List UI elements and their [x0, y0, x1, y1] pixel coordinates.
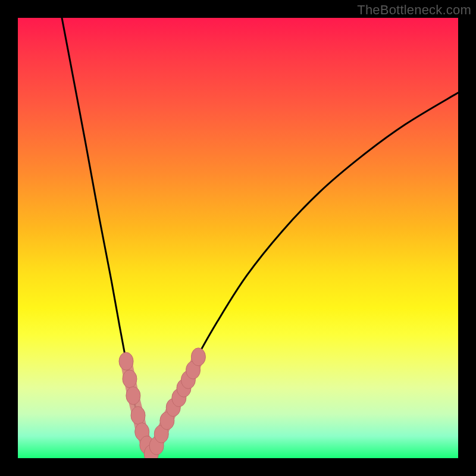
marker-layer: [119, 348, 205, 458]
outer-frame: TheBottleneck.com: [0, 0, 476, 476]
marker-point: [123, 370, 137, 388]
curve-left-branch: [62, 18, 151, 454]
watermark-text: TheBottleneck.com: [357, 2, 471, 18]
chart-svg: [18, 18, 458, 458]
marker-point: [131, 406, 145, 424]
plot-area: [18, 18, 458, 458]
marker-point: [119, 352, 133, 370]
marker-point: [126, 387, 140, 405]
marker-point: [191, 348, 205, 366]
curve-layer: [62, 18, 458, 454]
curve-right-branch: [151, 93, 458, 454]
